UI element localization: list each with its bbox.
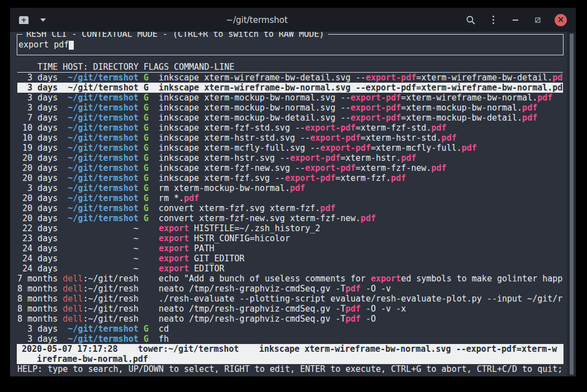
- status-bar: 2020-05-07 17:17:28 tower:~/git/termshot…: [17, 344, 564, 364]
- minimize-button[interactable]: [510, 15, 521, 26]
- history-row[interactable]: 20 days ~/git/termshot G inkscape xterm-…: [17, 163, 563, 173]
- history-row[interactable]: 10 days ~/git/termshot G inkscape xterm-…: [17, 123, 563, 133]
- restore-button[interactable]: [532, 15, 543, 26]
- new-tab-button[interactable]: +: [19, 16, 29, 24]
- history-row[interactable]: 20 days ~/git/termshot G convert xterm-f…: [17, 203, 563, 213]
- close-button[interactable]: ×: [555, 14, 567, 26]
- history-row[interactable]: 8 months dell:~/git/resh neato /tmp/resh…: [17, 314, 563, 324]
- history-row[interactable]: 7 days ~/git/termshot G inkscape xterm-m…: [17, 113, 563, 123]
- history-row[interactable]: 10 days ~/git/termshot G inkscape xterm-…: [17, 133, 563, 143]
- text-cursor: [69, 41, 74, 50]
- history-row[interactable]: 7 months dell:~/git/resh echo "Add a bun…: [17, 274, 563, 284]
- history-row[interactable]: 22 days ~ export HISTFILE=~/.zsh_history…: [17, 223, 563, 233]
- history-row[interactable]: 8 months dell:~/git/resh neato /tmp/resh…: [17, 284, 563, 294]
- search-box-title: RESH CLI - CONTEXTUAL MODE - (CTRL+R to …: [22, 32, 328, 39]
- history-row[interactable]: 19 days ~/git/termshot G inkscape xterm-…: [17, 143, 563, 153]
- history-row[interactable]: 20 days ~/git/termshot G inkscape xterm-…: [17, 153, 563, 163]
- status-line-1: 2020-05-07 17:17:28 tower:~/git/termshot…: [17, 344, 564, 354]
- search-button[interactable]: [465, 15, 476, 26]
- history-row[interactable]: 8 months dell:~/git/resh neato /tmp/resh…: [17, 304, 563, 314]
- history-row[interactable]: 8 months dell:~/git/resh ./resh-evaluate…: [17, 294, 563, 304]
- menu-button[interactable]: [487, 15, 499, 26]
- new-tab-icon: +: [21, 17, 26, 23]
- search-box: RESH CLI - CONTEXTUAL MODE - (CTRL+R to …: [17, 34, 564, 55]
- restore-icon: [534, 17, 541, 23]
- scrollbar[interactable]: [567, 32, 576, 376]
- scrollbar-thumb[interactable]: [570, 34, 574, 375]
- history-list: 3 days ~/git/termshot G inkscape xterm-w…: [17, 73, 563, 344]
- status-line-2: ireframe-bw-normal.pdf: [17, 354, 564, 364]
- history-row[interactable]: 3 days ~/git/termshot G fh: [17, 334, 563, 344]
- window-title: ~/git/termshot: [49, 15, 465, 25]
- close-icon: ×: [557, 16, 565, 24]
- search-query: export pdf: [18, 40, 69, 50]
- terminal-window: + ~/git/termshot: [10, 8, 576, 376]
- history-row[interactable]: 3 days ~/git/termshot G rm xterm-mockup-…: [17, 183, 563, 193]
- minimize-icon: [513, 20, 518, 21]
- history-row[interactable]: 24 days ~ export PATH: [17, 243, 563, 254]
- history-row[interactable]: 3 days ~/git/termshot G inkscape xterm-w…: [17, 73, 563, 83]
- table-header: TIME HOST: DIRECTORY FLAGS COMMAND-LINE: [17, 63, 563, 73]
- history-row[interactable]: 3 days ~/git/termshot G inkscape xterm-m…: [17, 103, 563, 113]
- history-row[interactable]: 20 days ~/git/termshot G convert xterm-f…: [17, 213, 563, 223]
- history-row[interactable]: 24 days ~ export GIT_EDITOR: [17, 254, 563, 264]
- search-input[interactable]: export pdf: [18, 40, 74, 50]
- history-row-selected[interactable]: 3 days ~/git/termshot G inkscape xterm-w…: [17, 83, 563, 93]
- terminal-screen: RESH CLI - CONTEXTUAL MODE - (CTRL+R to …: [10, 32, 576, 376]
- titlebar: + ~/git/termshot: [10, 8, 576, 32]
- kebab-menu-icon: [493, 16, 494, 24]
- history-row[interactable]: 20 days ~/git/termshot G inkscape xterm-…: [17, 173, 563, 183]
- search-icon: [466, 15, 476, 25]
- help-line: HELP: type to search, UP/DOWN to select,…: [17, 364, 571, 374]
- history-row[interactable]: 20 days ~/git/termshot G rm *.pdf: [17, 193, 563, 203]
- history-row[interactable]: 3 days ~/git/termshot G inkscape xterm-m…: [17, 93, 563, 103]
- history-row[interactable]: 3 days ~/git/termshot G cd: [17, 324, 563, 334]
- history-row[interactable]: 24 days ~ export EDITOR: [17, 264, 563, 274]
- tab-menu-button[interactable]: [37, 15, 49, 26]
- history-row[interactable]: 23 days ~ export HSTR_CONFIG=hicolor: [17, 233, 563, 243]
- tab-menu-caret-icon: [40, 18, 46, 22]
